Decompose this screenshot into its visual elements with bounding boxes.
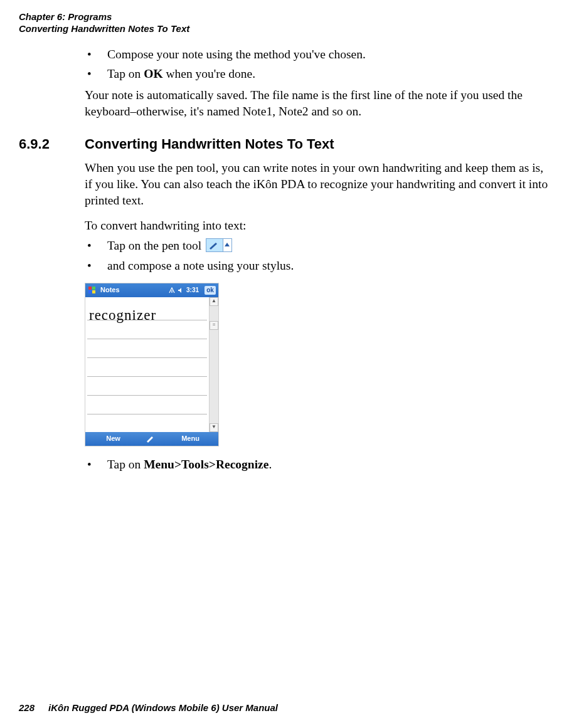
clock: 3:31 [186, 286, 199, 294]
volume-icon [178, 287, 184, 293]
ok-button[interactable]: ok [205, 286, 216, 295]
final-bullets: Tap on Menu>Tools>Recognize. [85, 456, 549, 473]
svg-rect-3 [92, 290, 95, 293]
note-canvas[interactable]: recognizer [85, 297, 209, 432]
pen-tool-icon [206, 238, 232, 252]
page: Chapter 6: Programs Converting Handwritt… [0, 0, 574, 728]
scroll-thumb[interactable]: = [210, 321, 218, 330]
note-canvas-row: recognizer ▲ = ▼ [85, 297, 218, 432]
input-panel-button[interactable] [141, 435, 162, 443]
system-tray: 3:31 [169, 286, 199, 294]
intro-bullets: Compose your note using the method you'v… [85, 46, 549, 83]
step-text: and compose a note using your stylus. [107, 259, 294, 272]
list-item: Tap on OK when you're done. [85, 66, 549, 82]
start-icon[interactable] [88, 286, 97, 295]
scroll-up-button[interactable]: ▲ [210, 297, 218, 306]
header-chapter: Chapter 6: Programs [19, 11, 555, 23]
final-text-pre: Tap on [107, 458, 144, 471]
step-text: Tap on the pen tool [107, 239, 205, 252]
section-title: Converting Handwritten Notes To Text [85, 136, 334, 152]
titlebar: Notes 3:31 ok [85, 283, 218, 297]
content: Compose your note using the method you'v… [85, 46, 549, 120]
softkey-bar: New Menu [85, 432, 218, 446]
app-title: Notes [100, 285, 120, 295]
list-item: Tap on the pen tool [85, 238, 549, 254]
intro-paragraph: Your note is automatically saved. The fi… [85, 87, 549, 120]
scrollbar[interactable]: ▲ = ▼ [209, 297, 218, 432]
body-paragraph-2: To convert handwriting into text: [85, 218, 549, 234]
header-section: Converting Handwritten Notes To Text [19, 23, 555, 35]
list-text-post: when you're done. [163, 67, 256, 80]
body-paragraph-1: When you use the pen tool, you can write… [85, 160, 549, 209]
list-text-pre: Tap on [107, 67, 144, 80]
device-screenshot: Notes 3:31 ok [85, 283, 219, 446]
connectivity-icon [169, 287, 175, 293]
footer: 228 iKôn Rugged PDA (Windows Mobile 6) U… [19, 702, 278, 713]
page-number: 228 [19, 702, 35, 713]
final-text-bold: Menu>Tools>Recognize [144, 458, 268, 471]
section-number: 6.9.2 [19, 136, 85, 152]
svg-rect-0 [88, 287, 92, 290]
list-text-bold: OK [144, 67, 162, 80]
list-item: Tap on Menu>Tools>Recognize. [85, 456, 549, 473]
handwriting-sample: recognizer [89, 306, 202, 331]
softkey-new[interactable]: New [85, 434, 141, 443]
section-heading: 6.9.2 Converting Handwritten Notes To Te… [19, 136, 555, 152]
step-bullets: Tap on the pen tool and compose a note u… [85, 238, 549, 274]
svg-rect-2 [88, 290, 92, 293]
section-body: When you use the pen tool, you can write… [85, 160, 549, 472]
list-text: Compose your note using the method you'v… [107, 48, 366, 61]
final-text-post: . [268, 458, 272, 471]
handwriting-text: recognizer [89, 307, 156, 323]
svg-rect-1 [92, 287, 95, 290]
softkey-menu[interactable]: Menu [162, 434, 218, 443]
manual-title: iKôn Rugged PDA (Windows Mobile 6) User … [48, 702, 278, 713]
list-item: Compose your note using the method you'v… [85, 46, 549, 63]
list-item: and compose a note using your stylus. [85, 258, 549, 274]
pen-glyph [208, 241, 221, 250]
scroll-down-button[interactable]: ▼ [210, 423, 218, 432]
running-header: Chapter 6: Programs Converting Handwritt… [19, 11, 555, 35]
